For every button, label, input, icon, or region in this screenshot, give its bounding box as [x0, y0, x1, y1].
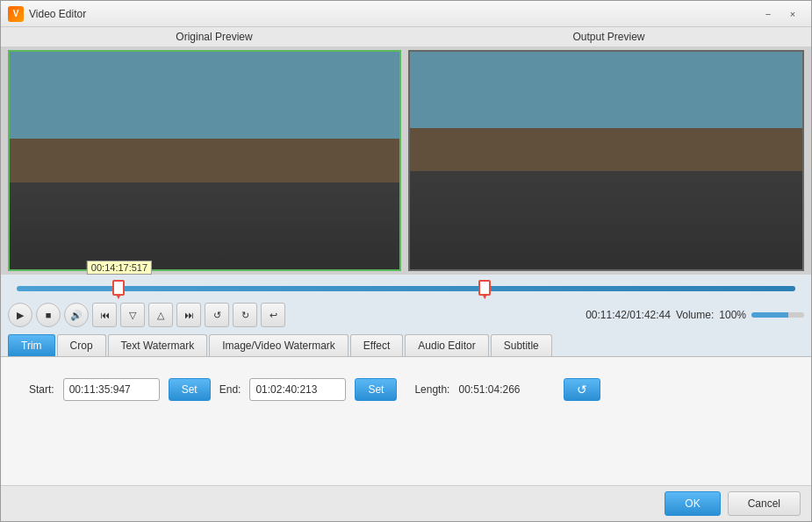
output-preview-box	[408, 50, 804, 271]
controls-row: ▶ ■ 🔊 ⏮ ▽ △ ⏭ ↺ ↻ ↩ 00:11:42/01:42:44 Vo…	[8, 299, 804, 331]
original-preview-label: Original Preview	[11, 31, 417, 43]
tab-audio-editor[interactable]: Audio Editor	[405, 334, 488, 356]
rotate-right-button[interactable]: ↻	[233, 303, 257, 327]
length-value: 00:51:04:266	[458, 383, 555, 396]
start-time-input[interactable]	[63, 378, 160, 401]
video-editor-window: V Video Editor − × Original Preview Outp…	[0, 0, 812, 522]
undo-ctrl-button[interactable]: ↩	[261, 303, 285, 327]
end-set-button[interactable]: Set	[355, 378, 397, 401]
trim-content-area: Start: Set End: Set Length: 00:51:04:266…	[1, 357, 811, 485]
timeline-handle-left[interactable]: 00:14:17:517	[112, 280, 126, 297]
handle-right-shape	[478, 280, 491, 296]
volume-slider[interactable]	[751, 312, 804, 318]
timeline-section: 00:14:17:517 ▶ ■ 🔊 ⏮ ▽ △ ⏭ ↺ ↻ ↩ 00:11:4…	[1, 275, 811, 334]
slower-button[interactable]: ▽	[120, 303, 145, 327]
rotate-left-button[interactable]: ↺	[205, 303, 229, 327]
start-set-button[interactable]: Set	[169, 378, 211, 401]
footer: OK Cancel	[1, 485, 811, 521]
preview-area	[1, 46, 811, 275]
faster-button[interactable]: △	[148, 303, 173, 327]
timeline-track	[17, 286, 795, 291]
current-time: 00:11:42/01:42:44	[586, 309, 671, 321]
prev-frame-button[interactable]: ⏮	[92, 303, 117, 327]
output-video-scene	[410, 52, 802, 269]
titlebar-controls: − ×	[757, 5, 804, 23]
play-button[interactable]: ▶	[8, 303, 32, 327]
tab-trim[interactable]: Trim	[8, 334, 55, 356]
original-video-scene	[10, 52, 399, 269]
trim-controls-row: Start: Set End: Set Length: 00:51:04:266…	[15, 371, 797, 408]
original-preview-box	[8, 50, 401, 271]
tab-crop[interactable]: Crop	[57, 334, 106, 356]
timeline-bar[interactable]: 00:14:17:517	[8, 280, 804, 297]
handle-left-shape	[112, 280, 125, 296]
minimize-button[interactable]: −	[757, 5, 780, 23]
tab-image-video-watermark[interactable]: Image/Video Watermark	[209, 334, 349, 356]
skip-end-button[interactable]: ⏭	[176, 303, 201, 327]
handle-left-tooltip: 00:14:17:517	[87, 261, 152, 275]
volume-label: Volume:	[676, 309, 714, 321]
end-time-input[interactable]	[249, 378, 346, 401]
time-display: 00:11:42/01:42:44 Volume: 100%	[586, 309, 804, 321]
titlebar: V Video Editor − ×	[1, 1, 811, 27]
stop-button[interactable]: ■	[36, 303, 61, 327]
trim-undo-button[interactable]: ↺	[564, 378, 600, 401]
tab-subtitle[interactable]: Subtitle	[491, 334, 552, 356]
timeline-handle-right[interactable]	[478, 280, 492, 297]
ok-button[interactable]: OK	[665, 491, 720, 516]
cancel-button[interactable]: Cancel	[728, 491, 801, 516]
preview-labels-row: Original Preview Output Preview	[1, 27, 811, 46]
start-label: Start:	[29, 383, 54, 396]
tabs-row: Trim Crop Text Watermark Image/Video Wat…	[1, 334, 811, 357]
mute-button[interactable]: 🔊	[64, 303, 89, 327]
window-title: Video Editor	[29, 8, 757, 20]
close-button[interactable]: ×	[781, 5, 804, 23]
app-icon: V	[8, 6, 24, 22]
preview-labels: Original Preview Output Preview	[8, 31, 804, 43]
end-label: End:	[219, 383, 241, 396]
volume-value: 100%	[719, 309, 746, 321]
tab-effect[interactable]: Effect	[350, 334, 403, 356]
length-label: Length:	[414, 383, 449, 396]
tab-text-watermark[interactable]: Text Watermark	[108, 334, 208, 356]
output-preview-label: Output Preview	[417, 31, 801, 43]
